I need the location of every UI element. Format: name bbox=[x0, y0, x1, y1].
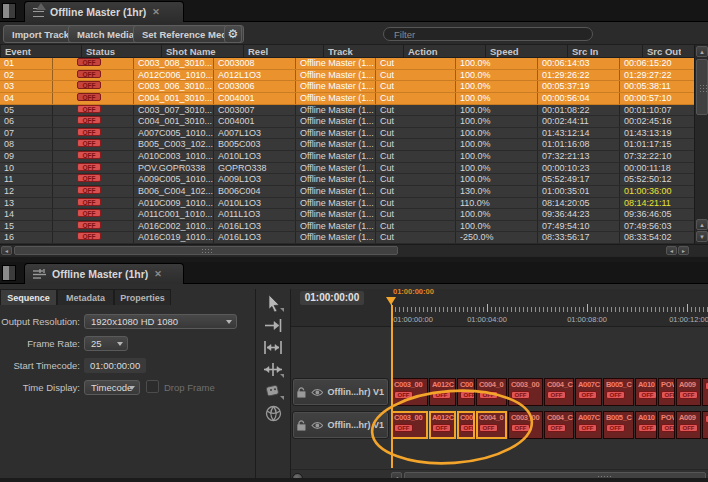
property-tab[interactable]: Metadata bbox=[57, 289, 114, 305]
ruler-label: 01:00:04:00 bbox=[467, 315, 507, 324]
playhead-marker[interactable] bbox=[386, 297, 396, 305]
table-row[interactable]: 08 OFF B005_C003_102... B005C003 Offline… bbox=[0, 139, 694, 151]
timeline-clip[interactable]: C00 OFF bbox=[457, 411, 475, 439]
timeline-clip[interactable]: POV OFF bbox=[658, 378, 675, 406]
timeline-clip[interactable]: A007C OFF bbox=[575, 411, 602, 439]
cell-speed: 100.0% bbox=[455, 105, 537, 116]
drop-frame-checkbox[interactable] bbox=[146, 380, 159, 393]
timeline-clip[interactable]: OFF bbox=[702, 411, 708, 439]
frame-rate-select[interactable]: 25 bbox=[84, 336, 128, 351]
column-header[interactable]: Src In bbox=[567, 45, 642, 57]
razor-tool-icon[interactable] bbox=[261, 380, 285, 402]
table-row[interactable]: 07 OFF A007C005_1010... A007L1O3 Offline… bbox=[0, 128, 694, 140]
time-display-select[interactable]: Timecode bbox=[84, 380, 140, 395]
close-icon[interactable]: ✕ bbox=[154, 269, 162, 279]
eye-icon[interactable] bbox=[311, 421, 324, 430]
trim-tool-icon[interactable] bbox=[261, 336, 285, 358]
match-media-button[interactable]: Match Media bbox=[68, 25, 143, 43]
property-tab[interactable]: Sequence bbox=[0, 289, 57, 305]
column-header[interactable]: Status bbox=[81, 45, 161, 57]
table-row[interactable]: 05 OFF C003_007_3010... C003007 Offline … bbox=[0, 105, 694, 117]
globe-tool-icon[interactable] bbox=[261, 402, 285, 424]
column-header[interactable]: Track bbox=[323, 45, 403, 57]
scroll-right-icon[interactable]: ▸ bbox=[678, 246, 689, 255]
sort-ascending-icon[interactable] bbox=[36, 3, 46, 10]
column-header[interactable]: Speed bbox=[485, 45, 567, 57]
timeline-clip[interactable]: C003_00 OFF bbox=[508, 411, 543, 439]
timeline-clip[interactable]: A010 OFF bbox=[635, 378, 657, 406]
timeline-ruler[interactable]: 01:00:00:00 01:00:00:00 01:00:00:0001:00… bbox=[291, 289, 708, 327]
select-tool-icon[interactable] bbox=[261, 292, 285, 314]
table-horizontal-scrollbar[interactable]: ◂ ◂ ▸ bbox=[0, 244, 708, 256]
timeline-clip[interactable]: OFF bbox=[702, 378, 708, 406]
clip-status-badge: OFF bbox=[578, 424, 597, 432]
timeline-clip[interactable]: C004_C OFF bbox=[544, 411, 574, 439]
table-row[interactable]: 15 OFF A016C002_1010... A016L1O3 Offline… bbox=[0, 221, 694, 233]
column-header[interactable]: Event bbox=[0, 45, 81, 57]
import-track-button[interactable]: Import Track bbox=[3, 25, 78, 43]
start-timecode-field[interactable]: 01:00:00:00 bbox=[84, 358, 146, 373]
table-row[interactable]: 01 OFF C003_008_3010... C003008 Offline … bbox=[0, 58, 694, 70]
timeline-clip[interactable]: C00 OFF bbox=[457, 378, 475, 406]
timeline-clip[interactable]: A009 OFF bbox=[676, 378, 701, 406]
scroll-left2-icon[interactable]: ◂ bbox=[666, 246, 677, 255]
timeline-clip[interactable]: C004_0 OFF bbox=[476, 378, 507, 406]
table-row[interactable]: 16 OFF A016C019_1010... A016L1O3 Offline… bbox=[0, 232, 694, 244]
column-header[interactable]: Reel bbox=[243, 45, 323, 57]
filter-input[interactable] bbox=[383, 27, 593, 41]
table-row[interactable]: 09 OFF A010C003_1010... A010L1O3 Offline… bbox=[0, 151, 694, 163]
property-tab[interactable]: Properties bbox=[114, 289, 171, 305]
clip-status-badge: OFF bbox=[661, 424, 675, 432]
table-row[interactable]: 03 OFF C003_006_3010... C003006 Offline … bbox=[0, 81, 694, 93]
table-row[interactable]: 10 OFF POV.GOPR0338 GOPRO338 Offline Mas… bbox=[0, 163, 694, 175]
track-1-header[interactable]: Offlin...hr) V1 bbox=[292, 378, 389, 406]
tab-offline-master-bottom[interactable]: Offline Master (1hr) ✕ bbox=[24, 263, 184, 284]
column-header[interactable]: Shot Name bbox=[161, 45, 243, 57]
timeline-clip[interactable]: C003_00 OFF bbox=[391, 411, 428, 439]
column-header[interactable]: Src Out bbox=[642, 45, 681, 57]
table-row[interactable]: 02 OFF A012C006_1010... A012L1O3 Offline… bbox=[0, 70, 694, 82]
table-row[interactable]: 12 OFF B006_C004_102... B006C004 Offline… bbox=[0, 186, 694, 198]
table-row[interactable]: 11 OFF A009C005_1010... A009L1O3 Offline… bbox=[0, 174, 694, 186]
timeline-clip[interactable]: B005_C OFF bbox=[603, 411, 634, 439]
lock-open-icon[interactable] bbox=[297, 387, 307, 398]
tab-offline-master-top[interactable]: Offline Master (1hr) ✕ bbox=[24, 1, 184, 22]
close-icon[interactable]: ✕ bbox=[152, 7, 160, 17]
timeline-clip[interactable]: A012C OFF bbox=[429, 378, 456, 406]
cell-status: OFF bbox=[52, 174, 133, 185]
eye-icon[interactable] bbox=[311, 388, 324, 397]
playhead-line[interactable] bbox=[391, 305, 393, 468]
timeline-clip[interactable]: C003_00 OFF bbox=[391, 378, 428, 406]
timeline-clip[interactable]: POV OFF bbox=[658, 411, 675, 439]
timeline-clip[interactable]: A009 OFF bbox=[676, 411, 701, 439]
table-row[interactable]: 13 OFF A010C009_1010... A010L1O3 Offline… bbox=[0, 198, 694, 210]
table-row[interactable]: 04 OFF C004_001_3010... C004001 Offline … bbox=[0, 93, 694, 105]
lock-open-icon[interactable] bbox=[297, 420, 307, 431]
slip-tool-icon[interactable] bbox=[261, 358, 285, 380]
column-header[interactable]: Action bbox=[403, 45, 485, 57]
scroll-up-icon[interactable]: ▲ bbox=[696, 46, 708, 57]
track-2-header[interactable]: Offlin...hr) V1 bbox=[292, 411, 389, 439]
timeline-clip[interactable]: A010 OFF bbox=[635, 411, 657, 439]
cell-speed: 100.0% bbox=[455, 221, 537, 232]
timeline-clip[interactable]: C004_C OFF bbox=[544, 378, 574, 406]
table-row[interactable]: 14 OFF A011C001_1010... A011L1O3 Offline… bbox=[0, 209, 694, 221]
timeline-clip[interactable]: A007C OFF bbox=[575, 378, 602, 406]
timeline-clip[interactable]: C003_00 OFF bbox=[508, 378, 543, 406]
dock-handle-icon[interactable] bbox=[2, 265, 16, 281]
scroll-down-icon[interactable]: ▼ bbox=[696, 231, 708, 242]
table-row[interactable]: 06 OFF C004_001_3010... C004001 Offline … bbox=[0, 116, 694, 128]
timeline-clip[interactable]: C004_0 OFF bbox=[476, 411, 507, 439]
edit-insert-tool-icon[interactable] bbox=[261, 314, 285, 336]
timeline-clip[interactable]: B005_C OFF bbox=[603, 378, 634, 406]
table-vertical-scrollbar[interactable]: ▲ ▲ ▼ bbox=[694, 45, 708, 244]
timeline-clip[interactable]: A012C OFF bbox=[429, 411, 456, 439]
scroll-left-icon[interactable]: ◂ bbox=[1, 246, 12, 255]
dock-handle-icon[interactable] bbox=[2, 3, 16, 19]
output-resolution-select[interactable]: 1920x1080 HD 1080 bbox=[84, 314, 237, 329]
gear-icon[interactable]: ⚙ bbox=[224, 25, 242, 43]
vertical-scroll-thumb[interactable] bbox=[696, 59, 708, 115]
scroll-up2-icon[interactable]: ▲ bbox=[696, 219, 708, 230]
horizontal-scroll-thumb[interactable] bbox=[14, 246, 398, 255]
start-timecode-row: Start Timecode: 01:00:00:00 bbox=[0, 357, 255, 373]
